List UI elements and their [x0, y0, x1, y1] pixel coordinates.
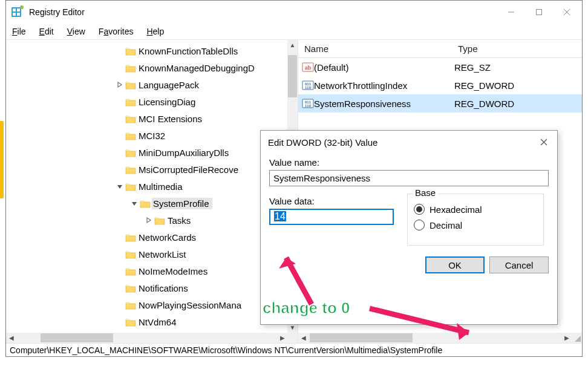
radio-decimal[interactable]: Decimal [414, 220, 537, 230]
svg-rect-1 [13, 8, 16, 11]
tree-item[interactable]: NetworkList [6, 246, 298, 263]
tree-horizontal-scrollbar[interactable]: ◀ ▶ [6, 333, 287, 343]
tree-item[interactable]: MCI32 [6, 127, 298, 144]
reg-binary-icon: 011110 [298, 80, 314, 91]
radio-hexadecimal[interactable]: Hexadecimal [414, 204, 537, 215]
ok-button[interactable]: OK [425, 256, 485, 273]
folder-icon [124, 318, 137, 327]
resize-grip-icon[interactable] [572, 333, 582, 343]
tree-item-label: NtVdm64 [137, 316, 180, 328]
tree-item[interactable]: Multimedia [6, 178, 298, 195]
tree-item[interactable]: NetworkCards [6, 229, 298, 246]
list-row[interactable]: 011110NetworkThrottlingIndexREG_DWORD [298, 76, 582, 94]
value-data-input[interactable]: 14 [269, 209, 394, 225]
tree-item-label: SystemProfile [152, 198, 212, 209]
tree-item[interactable]: LanguagePack [6, 76, 298, 93]
scroll-up-icon[interactable]: ▲ [287, 40, 298, 50]
menu-file[interactable]: File [11, 25, 27, 38]
folder-icon [124, 284, 137, 293]
chevron-down-icon[interactable] [130, 200, 139, 206]
scroll-right-icon[interactable]: ▶ [277, 333, 287, 343]
tree-item[interactable]: MCI Extensions [6, 110, 298, 127]
value-type: REG_DWORD [454, 80, 514, 91]
svg-rect-3 [13, 13, 16, 16]
minimize-button[interactable] [497, 2, 525, 22]
base-fieldset: Base Hexadecimal Decimal [407, 194, 544, 246]
list-horizontal-scrollbar[interactable]: ◀ ▶ [298, 333, 572, 343]
chevron-right-icon[interactable] [116, 82, 124, 88]
tree-item[interactable]: MiniDumpAuxiliaryDlls [6, 144, 298, 161]
folder-icon [124, 233, 137, 242]
tree-item-label: MCI Extensions [137, 113, 205, 125]
radio-icon-checked [414, 204, 425, 215]
chevron-down-icon[interactable] [116, 183, 124, 189]
titlebar[interactable]: Registry Editor [6, 1, 582, 24]
registry-tree[interactable]: KnownFunctionTableDllsKnownManagedDebugg… [6, 40, 298, 343]
window-title: Registry Editor [29, 7, 85, 17]
menu-help[interactable]: Help [145, 25, 165, 38]
tree-item[interactable]: Notifications [6, 279, 298, 296]
folder-icon [124, 182, 137, 191]
folder-icon [124, 250, 137, 259]
tree-item-label: Notifications [137, 282, 191, 294]
svg-text:110: 110 [305, 104, 312, 108]
scroll-left-icon[interactable]: ◀ [6, 333, 16, 343]
list-row[interactable]: ab(Default)REG_SZ [298, 58, 582, 76]
background-overlay [0, 121, 4, 198]
maximize-button[interactable] [525, 2, 553, 22]
list-header[interactable]: Name Type [298, 40, 582, 58]
svg-rect-4 [17, 13, 20, 16]
value-data-label: Value data: [269, 196, 394, 206]
value-name-input[interactable] [269, 170, 549, 186]
tree-item[interactable]: NowPlayingSessionMana [6, 296, 298, 313]
scroll-left-icon[interactable]: ◀ [298, 333, 309, 343]
status-bar: Computer\HKEY_LOCAL_MACHINE\SOFTWARE\Mic… [6, 343, 582, 356]
tree-item[interactable]: NtVdm64 [6, 313, 298, 330]
tree-item-label: MiniDumpAuxiliaryDlls [137, 147, 232, 158]
tree-item-label: NoImeModeImes [137, 266, 211, 277]
folder-icon [124, 267, 137, 276]
scroll-corner [287, 333, 298, 343]
svg-rect-2 [17, 8, 20, 11]
tree-item[interactable]: KnownManagedDebuggingD [6, 59, 298, 76]
tree-item-label: LicensingDiag [137, 96, 198, 108]
tree-item[interactable]: LicensingDiag [6, 93, 298, 110]
radio-icon [414, 220, 425, 230]
column-header-type[interactable]: Type [454, 44, 478, 54]
tree-item[interactable]: KnownFunctionTableDlls [6, 42, 298, 59]
svg-text:110: 110 [305, 86, 312, 90]
scroll-thumb[interactable] [41, 333, 113, 342]
status-path: Computer\HKEY_LOCAL_MACHINE\SOFTWARE\Mic… [10, 345, 442, 355]
tree-item[interactable]: MsiCorruptedFileRecove [6, 161, 298, 178]
close-button[interactable] [553, 2, 581, 22]
folder-icon [139, 199, 152, 208]
reg-string-icon: ab [298, 62, 314, 73]
value-name: SystemResponsiveness [314, 99, 454, 109]
tree-item-label: MsiCorruptedFileRecove [137, 164, 241, 175]
menu-favorites[interactable]: Favorites [97, 25, 135, 38]
tree-item[interactable]: NoImeModeImes [6, 263, 298, 279]
menu-view[interactable]: View [66, 25, 87, 38]
folder-icon [124, 97, 137, 106]
chevron-right-icon[interactable] [145, 217, 153, 223]
folder-icon [124, 47, 137, 56]
folder-icon [153, 216, 166, 225]
list-row[interactable]: 011110SystemResponsivenessREG_DWORD [298, 94, 582, 113]
column-header-name[interactable]: Name [298, 44, 454, 54]
scroll-thumb[interactable] [288, 55, 297, 97]
menu-edit[interactable]: Edit [38, 25, 55, 38]
dialog-titlebar[interactable]: Edit DWORD (32-bit) Value [261, 131, 557, 154]
app-icon [11, 5, 24, 19]
dialog-title: Edit DWORD (32-bit) Value [268, 137, 377, 148]
annotation-text: change to 0 [263, 299, 350, 318]
edit-dword-dialog: Edit DWORD (32-bit) Value Value name: Va… [260, 130, 558, 325]
folder-icon [124, 301, 137, 310]
scroll-thumb[interactable] [310, 333, 413, 342]
cancel-button[interactable]: Cancel [489, 256, 549, 273]
tree-item[interactable]: Tasks [6, 212, 298, 229]
tree-item-label: Multimedia [137, 181, 186, 192]
dialog-close-button[interactable] [538, 136, 550, 148]
scroll-right-icon[interactable]: ▶ [561, 333, 572, 343]
folder-icon [124, 64, 137, 73]
tree-item[interactable]: SystemProfile [6, 195, 298, 212]
